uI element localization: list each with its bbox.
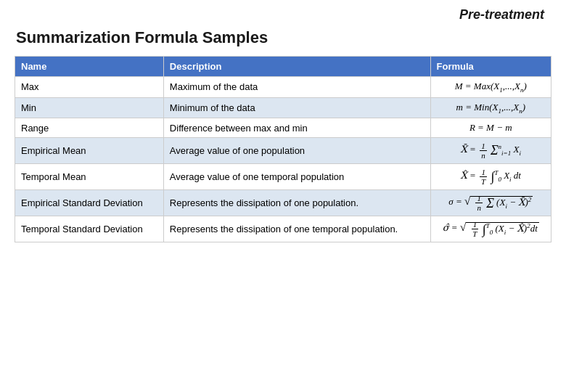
row-description: Difference between max and min	[163, 118, 430, 138]
row-formula: X̄ = 1n Σni=1 Xi	[430, 138, 551, 164]
row-name: Temporal Standard Deviation	[15, 216, 164, 242]
table-row: Max Maximum of the data M = Max(X1,...,X…	[15, 77, 551, 98]
page-title: Summarization Formula Samples	[15, 28, 551, 47]
table-row: Temporal Standard Deviation Represents t…	[15, 216, 551, 242]
table-row: Temporal Mean Average value of one tempo…	[15, 164, 551, 190]
table-row: Empirical Standard Deviation Represents …	[15, 190, 551, 216]
col-header-name: Name	[15, 57, 164, 77]
page-container: Pre-treatment Summarization Formula Samp…	[0, 0, 566, 392]
row-formula: σ̂ = √ 1T ∫T0 (Xi − X̂)2dt	[430, 216, 551, 242]
col-header-description: Description	[163, 57, 430, 77]
table-row: Range Difference between max and min R =…	[15, 118, 551, 138]
row-name: Empirical Standard Deviation	[15, 190, 164, 216]
row-name: Min	[15, 97, 164, 118]
row-description: Average value of one temporal population	[163, 164, 430, 190]
row-formula: M = Max(X1,...,Xn)	[430, 77, 551, 98]
row-name: Range	[15, 118, 164, 138]
top-right-title: Pre-treatment	[15, 7, 551, 23]
row-name: Max	[15, 77, 164, 98]
table-row: Empirical Mean Average value of one popu…	[15, 138, 551, 164]
row-description: Average value of one population	[163, 138, 430, 164]
row-formula: σ = √ 1n Σ (Xi − X̄)2	[430, 190, 551, 216]
formula-table: Name Description Formula Max Maximum of …	[15, 56, 551, 242]
row-name: Temporal Mean	[15, 164, 164, 190]
col-header-formula: Formula	[430, 57, 551, 77]
row-description: Minimum of the data	[163, 97, 430, 118]
row-formula: m = Min(X1,...,Xn)	[430, 97, 551, 118]
row-name: Empirical Mean	[15, 138, 164, 164]
row-description: Represents the dissipation of one popula…	[163, 190, 430, 216]
row-description: Maximum of the data	[163, 77, 430, 98]
row-formula: R = M − m	[430, 118, 551, 138]
row-formula: X̂ = 1T ∫T0 Xi dt	[430, 164, 551, 190]
row-description: Represents the dissipation of one tempor…	[163, 216, 430, 242]
table-row: Min Minimum of the data m = Min(X1,...,X…	[15, 97, 551, 118]
